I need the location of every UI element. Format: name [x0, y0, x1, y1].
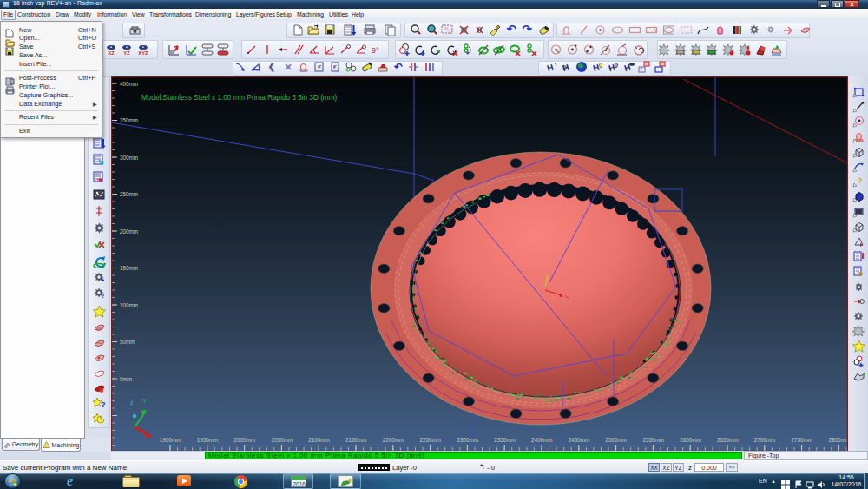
svg-text:H: H — [545, 63, 554, 73]
svg-text:2600mm: 2600mm — [680, 437, 701, 443]
svg-text:150mm: 150mm — [120, 265, 138, 271]
svg-text:?: ? — [101, 400, 106, 409]
svg-text:?: ? — [858, 176, 863, 185]
svg-text:200mm: 200mm — [120, 228, 138, 235]
svg-text:2400mm: 2400mm — [531, 437, 553, 443]
svg-text:?: ? — [101, 292, 104, 298]
svg-text:H: H — [561, 63, 569, 73]
svg-text:1950mm: 1950mm — [197, 437, 219, 443]
svg-text:2650mm: 2650mm — [717, 437, 739, 443]
svg-text:2150mm: 2150mm — [345, 437, 367, 443]
svg-text:€: € — [318, 63, 322, 71]
svg-text:9°: 9° — [372, 46, 379, 55]
svg-text:2300mm: 2300mm — [457, 437, 478, 443]
svg-text:2550mm: 2550mm — [642, 437, 664, 443]
svg-text:2000mm: 2000mm — [234, 437, 256, 443]
svg-text:2800mm: 2800mm — [828, 437, 848, 443]
svg-text:2250mm: 2250mm — [420, 437, 442, 443]
svg-text:50mm: 50mm — [120, 339, 135, 345]
svg-text:2450mm: 2450mm — [569, 437, 590, 443]
svg-text:100mm: 100mm — [120, 302, 138, 308]
svg-text:Model:Stainless Steel x 1.00 m: Model:Stainless Steel x 1.00 mm Prima Ra… — [141, 94, 338, 102]
svg-text:+: + — [101, 276, 104, 282]
svg-text:H: H — [591, 63, 600, 73]
svg-text:300mm: 300mm — [120, 155, 138, 161]
svg-text:2350mm: 2350mm — [494, 437, 516, 443]
svg-text:z: z — [130, 400, 134, 406]
svg-text:350mm: 350mm — [120, 117, 138, 123]
svg-text:2050mm: 2050mm — [271, 437, 293, 443]
svg-text:€: € — [333, 64, 337, 70]
svg-text:2700mm: 2700mm — [754, 437, 776, 443]
svg-text:H: H — [607, 63, 615, 73]
svg-text:Y: Y — [142, 398, 147, 404]
svg-text:2200mm: 2200mm — [383, 437, 404, 443]
svg-text:250mm: 250mm — [120, 191, 138, 197]
svg-text:0mm: 0mm — [120, 376, 132, 382]
svg-text:400mm: 400mm — [120, 81, 138, 87]
svg-text:2100mm: 2100mm — [308, 437, 330, 443]
svg-text:1900mm: 1900mm — [160, 437, 181, 443]
svg-text:2750mm: 2750mm — [792, 437, 813, 443]
svg-text:2500mm: 2500mm — [606, 437, 628, 443]
